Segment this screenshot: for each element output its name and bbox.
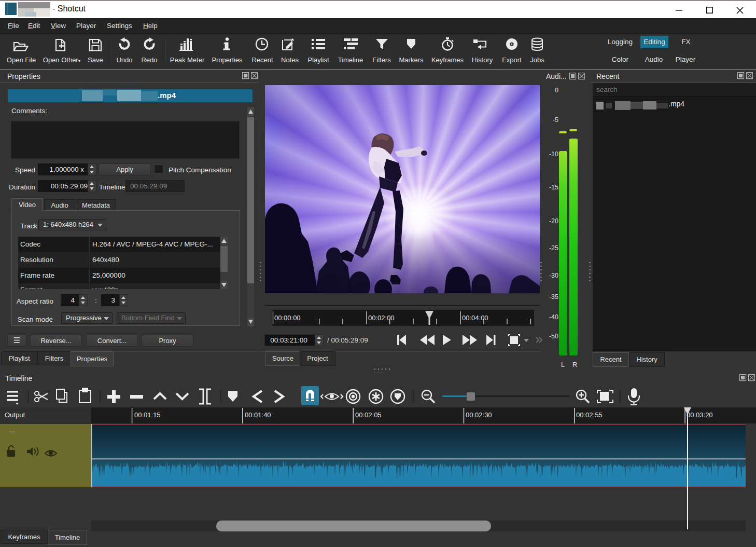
svg-text:00:04:00: 00:04:00 <box>462 314 488 322</box>
svg-text:00:02:55: 00:02:55 <box>576 411 603 419</box>
svg-text:00:02:00: 00:02:00 <box>368 314 395 322</box>
svg-text:00:02:05: 00:02:05 <box>355 411 382 419</box>
svg-text:00:02:30: 00:02:30 <box>466 411 492 419</box>
svg-text:00:01:40: 00:01:40 <box>245 411 271 419</box>
svg-text:00:00:00: 00:00:00 <box>274 314 301 322</box>
svg-text:00:01:15: 00:01:15 <box>134 411 161 419</box>
